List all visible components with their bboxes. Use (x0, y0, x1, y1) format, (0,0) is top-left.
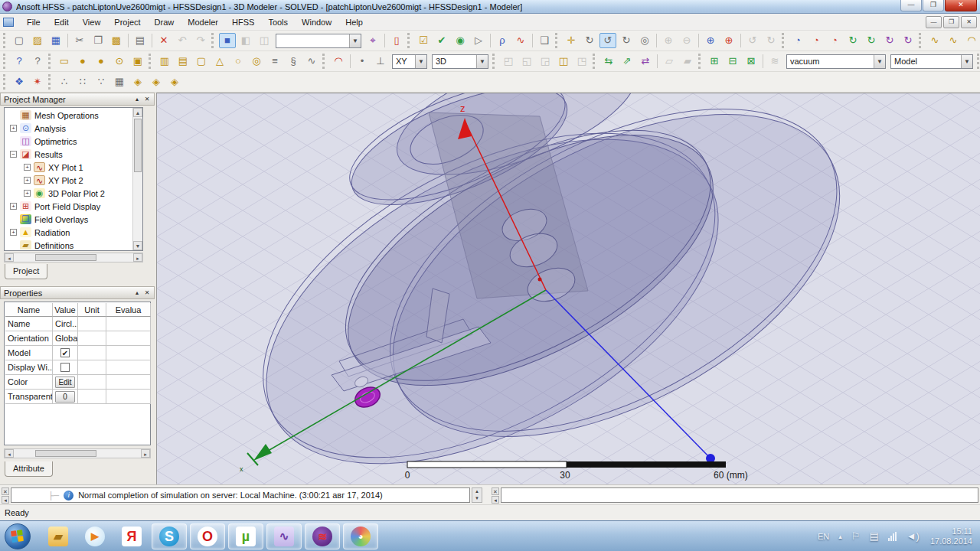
zoom-out-icon[interactable]: ⊖ (678, 33, 695, 48)
network-icon[interactable] (888, 532, 897, 541)
taskbar-cad-app[interactable]: ∿ (266, 523, 302, 549)
expand-toggle[interactable]: + (10, 229, 17, 236)
view-undo-icon[interactable]: ↺ (744, 33, 761, 48)
draw-bondwire-icon[interactable]: ∿ (303, 54, 320, 69)
project-tree-hscrollbar[interactable]: ◂ ▸ (4, 253, 143, 262)
collapse-left-icon[interactable]: ◂ (2, 496, 9, 504)
3d-scene[interactable]: x y z 0 30 60 (mm) (157, 93, 980, 485)
bool-split-icon[interactable]: ◳ (573, 54, 590, 69)
undo-icon[interactable]: ↶ (174, 33, 191, 48)
rotate-screen-icon[interactable]: ↻ (618, 33, 635, 48)
view-mode-combobox[interactable]: 3D ▼ (432, 54, 488, 69)
scrollbar-thumb[interactable] (35, 254, 96, 261)
tree-item-field-overlays[interactable]: ❒ Field Overlays (5, 213, 132, 226)
view-redo-icon[interactable]: ↻ (763, 33, 779, 48)
taskbar-explorer[interactable]: ▰ (45, 523, 71, 549)
draw-rect-3d-icon[interactable]: ▣ (129, 54, 146, 69)
draw-ellipse-icon[interactable]: ● (93, 54, 109, 69)
scroll-left-icon[interactable]: ◂ (5, 449, 14, 458)
draw-sphere-icon[interactable]: ○ (230, 54, 247, 69)
align-2-icon[interactable]: ⊟ (724, 54, 741, 69)
duplicate-icon[interactable]: ⇗ (619, 54, 635, 69)
mdi-close-button[interactable]: ✕ (961, 16, 977, 28)
mesh-box-icon[interactable]: ▦ (111, 74, 128, 90)
align-1-icon[interactable]: ⊞ (706, 54, 723, 69)
menu-project[interactable]: Project (107, 15, 147, 29)
mdi-restore-button[interactable]: ❐ (943, 16, 959, 28)
rotate-current-axis-icon[interactable]: ↺ (599, 33, 616, 48)
plane-combobox[interactable]: XY ▼ (392, 54, 427, 69)
start-button[interactable] (5, 523, 31, 549)
collapse-icon[interactable]: ▴ (132, 289, 142, 298)
volume-icon[interactable]: ◄) (906, 530, 920, 542)
collapse-left-icon[interactable]: ◂ (492, 496, 499, 504)
menu-modeler[interactable]: Modeler (181, 15, 225, 29)
close-button[interactable]: ✕ (945, 0, 977, 11)
pan-icon[interactable]: ✛ (563, 33, 580, 48)
work-plane-icon[interactable]: ▱ (661, 54, 678, 69)
fit-selection-icon[interactable]: ⊕ (720, 33, 737, 48)
scroll-up-icon[interactable]: ▲ (133, 108, 142, 117)
draw-cone-icon[interactable]: △ (211, 54, 228, 69)
new-icon[interactable]: ▢ (11, 33, 28, 48)
copy-image-icon[interactable]: ❑ (536, 33, 553, 48)
display-wireframe-checkbox[interactable] (60, 363, 70, 372)
message-spinner[interactable]: ▲▼ (472, 487, 482, 503)
taskbar-yandex[interactable]: Я (119, 523, 145, 549)
create-report-icon[interactable]: ∿ (512, 33, 529, 48)
bool-unite-icon[interactable]: ◱ (518, 54, 535, 69)
expand-toggle[interactable]: + (10, 125, 17, 132)
mesh-refine-1-icon[interactable]: ∴ (56, 74, 73, 90)
menu-file[interactable]: File (20, 15, 47, 29)
expand-toggle[interactable] (10, 242, 17, 249)
menu-help[interactable]: Help (338, 15, 370, 29)
fit-all-icon[interactable]: ⊕ (702, 33, 719, 48)
tree-item-analysis[interactable]: + ⊙ Analysis (5, 122, 132, 135)
prop-name-value[interactable]: Circl... (53, 317, 78, 331)
tree-item-radiation[interactable]: + ▲ Radiation (5, 226, 132, 239)
save-icon[interactable]: ▦ (47, 33, 64, 48)
secondary-message-box[interactable] (501, 487, 978, 503)
chevron-down-icon[interactable]: ▼ (476, 55, 488, 68)
taskbar-paint-app[interactable]: ◕ (343, 523, 378, 549)
expand-toggle[interactable] (10, 216, 17, 223)
mdi-minimize-button[interactable]: — (926, 16, 942, 28)
draw-arc-center-icon[interactable]: ◠ (963, 33, 980, 48)
dynamic-zoom-icon[interactable]: ◎ (636, 33, 653, 48)
taskbar-utorrent[interactable]: µ (228, 523, 263, 549)
delete-icon[interactable]: ✕ (155, 33, 172, 48)
snap-mode-icon[interactable]: ⌖ (364, 33, 381, 48)
print-icon[interactable]: ▤ (132, 33, 149, 48)
scroll-down-icon[interactable]: ▼ (133, 241, 142, 250)
draw-spiral-icon[interactable]: § (285, 54, 302, 69)
project-manager-header[interactable]: Project Manager ▴ ✕ (0, 93, 155, 106)
paste-icon[interactable]: ▩ (108, 33, 125, 48)
rotate-anim-4-icon[interactable]: ↻ (900, 33, 916, 48)
transparent-button[interactable]: 0 (55, 391, 75, 403)
properties-hscrollbar[interactable]: ◂ ▸ (4, 448, 151, 458)
tree-item-mesh-operations[interactable]: ▦ Mesh Operations (5, 109, 132, 122)
zoom-area-icon[interactable]: ρ (494, 33, 511, 48)
measure-icon[interactable]: ▯ (388, 33, 405, 48)
expand-toggle[interactable] (10, 112, 17, 119)
menu-tools[interactable]: Tools (261, 15, 295, 29)
expand-toggle[interactable]: + (10, 203, 17, 210)
draw-box-icon[interactable]: ▤ (175, 54, 191, 69)
scroll-right-icon[interactable]: ▸ (133, 253, 142, 262)
material-combobox[interactable]: vacuum ▼ (786, 54, 886, 69)
tree-item-port-field-display[interactable]: + ⊞ Port Field Display (5, 200, 132, 213)
sweep-icon[interactable]: ◠ (330, 54, 347, 69)
action-center-flag-icon[interactable]: ⚐ (851, 530, 861, 542)
draw-torus-icon[interactable]: ◎ (248, 54, 265, 69)
tree-item-xy-plot-1[interactable]: + ∿ XY Plot 1 (5, 161, 132, 174)
close-icon[interactable]: ✕ (142, 289, 152, 298)
move-icon[interactable]: ⇆ (600, 54, 617, 69)
delete-all-animations-icon[interactable]: ◔ (826, 33, 843, 48)
help-whats-this-icon[interactable]: ? (29, 54, 46, 69)
menu-view[interactable]: View (76, 15, 108, 29)
menu-edit[interactable]: Edit (47, 15, 76, 29)
results-icon[interactable]: ▷ (470, 33, 487, 48)
bool-split-rects-icon[interactable]: ◫ (555, 54, 572, 69)
restore-button[interactable]: ❐ (923, 0, 944, 11)
expand-toggle[interactable]: − (10, 151, 17, 158)
